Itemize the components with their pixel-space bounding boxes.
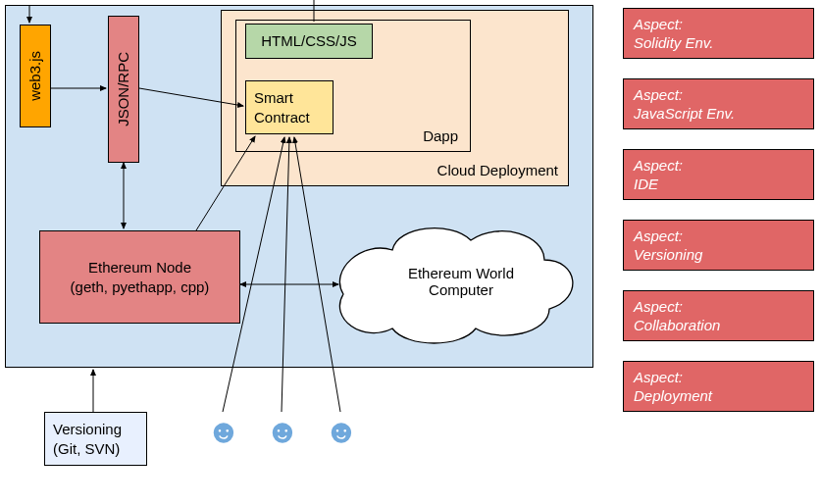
aspect-deployment: Aspect: Deployment [623, 361, 814, 412]
htmlcssjs-box: HTML/CSS/JS [245, 24, 373, 59]
ethereum-node-label: Ethereum Node (geth, pyethapp, cpp) [71, 258, 210, 296]
versioning-label: Versioning (Git, SVN) [53, 420, 122, 458]
aspect-collaboration: Aspect: Collaboration [623, 290, 814, 341]
aspect-ide: Aspect: IDE [623, 149, 814, 200]
smart-contract-box: Smart Contract [245, 80, 334, 134]
ethereum-node-box: Ethereum Node (geth, pyethapp, cpp) [39, 230, 240, 324]
aspect-versioning: Aspect: Versioning [623, 220, 814, 271]
jsonrpc-label: JSON/RPC [114, 52, 133, 126]
smiley-icon: ☻ [206, 412, 241, 450]
aspect-solidity-env: Aspect: Solidity Env. [623, 8, 814, 59]
smiley-icon: ☻ [324, 412, 359, 450]
smiley-icon: ☻ [265, 412, 300, 450]
versioning-box: Versioning (Git, SVN) [44, 412, 147, 466]
htmlcssjs-label: HTML/CSS/JS [261, 31, 357, 51]
web3js-box: web3.js [20, 25, 51, 127]
cloud-deployment-label: Cloud Deployment [437, 161, 558, 180]
smart-contract-label: Smart Contract [254, 88, 310, 126]
dapp-label: Dapp [423, 126, 458, 146]
jsonrpc-box: JSON/RPC [108, 16, 139, 163]
aspect-javascript-env: Aspect: JavaScript Env. [623, 78, 814, 129]
web3js-label: web3.js [26, 51, 45, 101]
ethereum-world-label: Ethereum World Computer [378, 265, 544, 298]
